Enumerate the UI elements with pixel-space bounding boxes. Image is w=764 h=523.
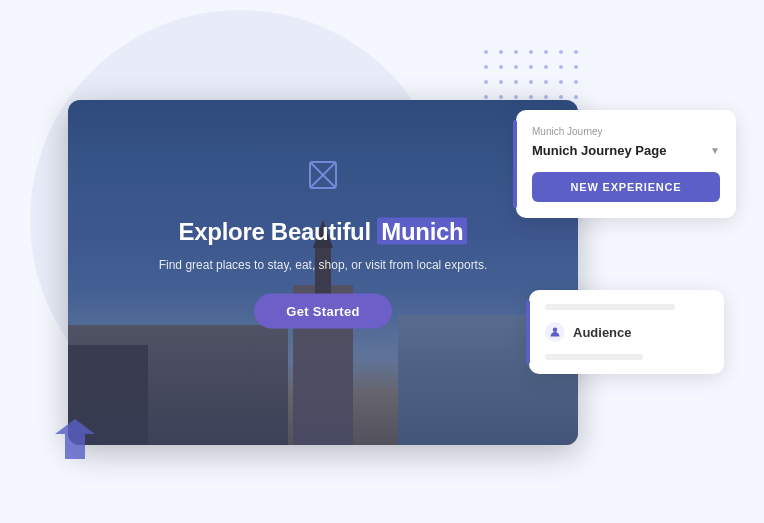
audience-line-top <box>545 304 675 310</box>
hero-background: Explore Beautiful Munich Find great plac… <box>68 100 578 445</box>
journey-page-name: Munich Journey Page <box>532 143 666 158</box>
arrow-decoration <box>50 414 100 468</box>
hero-title: Explore Beautiful Munich <box>133 217 513 245</box>
journey-select-row[interactable]: Munich Journey Page ▼ <box>532 143 720 158</box>
journey-panel: Munich Journey Munich Journey Page ▼ NEW… <box>516 110 736 218</box>
chevron-down-icon: ▼ <box>710 145 720 156</box>
svg-marker-3 <box>55 419 95 459</box>
audience-panel: Audience <box>529 290 724 374</box>
hero-card: Explore Beautiful Munich Find great plac… <box>68 100 578 445</box>
audience-icon <box>545 322 565 342</box>
munich-icon <box>308 160 338 190</box>
hero-title-plain: Explore Beautiful <box>179 217 371 244</box>
audience-line-bottom <box>545 354 643 360</box>
hero-cta-button[interactable]: Get Started <box>254 293 391 328</box>
audience-row: Audience <box>545 322 708 342</box>
hero-subtitle: Find great places to stay, eat, shop, or… <box>133 255 513 273</box>
journey-label: Munich Journey <box>532 126 720 137</box>
hero-content: Explore Beautiful Munich Find great plac… <box>133 217 513 328</box>
svg-point-4 <box>553 328 558 333</box>
audience-label: Audience <box>573 325 632 340</box>
dot-grid-decoration <box>484 50 584 105</box>
hero-title-highlight: Munich <box>377 217 467 244</box>
new-experience-button[interactable]: NEW EXPERIENCE <box>532 172 720 202</box>
